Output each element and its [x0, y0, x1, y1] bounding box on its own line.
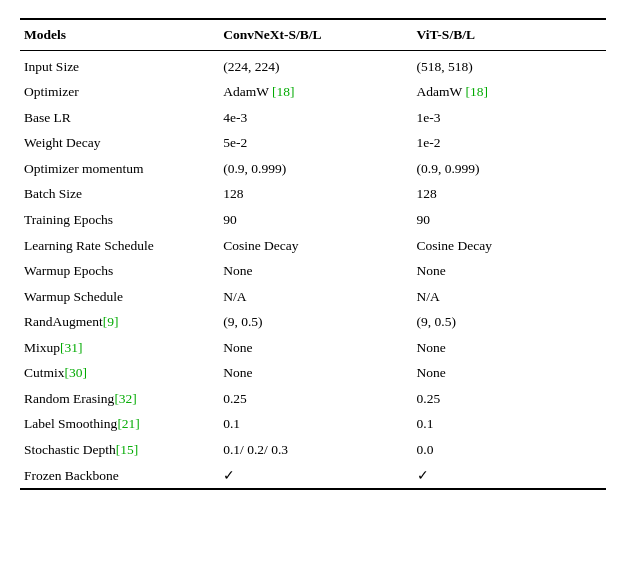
table-row: Weight Decay 5e-2 1e-2	[20, 130, 606, 156]
row-vit: 0.0	[413, 437, 606, 463]
row-convnext checkmark: ✓	[219, 463, 412, 490]
row-label: Warmup Schedule	[20, 284, 219, 310]
header-vit: ViT-S/B/L	[413, 19, 606, 50]
row-vit: (9, 0.5)	[413, 309, 606, 335]
ref-link: [15]	[116, 442, 139, 457]
table-row: Optimizer AdamW [18] AdamW [18]	[20, 79, 606, 105]
row-vit: None	[413, 335, 606, 361]
row-convnext: Cosine Decay	[219, 233, 412, 259]
table-row: Batch Size 128 128	[20, 181, 606, 207]
row-label: Optimizer momentum	[20, 156, 219, 182]
row-vit: 128	[413, 181, 606, 207]
row-convnext: 4e-3	[219, 105, 412, 131]
table-row: Learning Rate Schedule Cosine Decay Cosi…	[20, 233, 606, 259]
row-convnext: None	[219, 335, 412, 361]
row-convnext: 0.1/ 0.2/ 0.3	[219, 437, 412, 463]
row-convnext: (224, 224)	[219, 50, 412, 79]
row-vit: Cosine Decay	[413, 233, 606, 259]
table-row: Random Erasing[32] 0.25 0.25	[20, 386, 606, 412]
header-models: Models	[20, 19, 219, 50]
table-row: Input Size (224, 224) (518, 518)	[20, 50, 606, 79]
row-label: Training Epochs	[20, 207, 219, 233]
table-row: Warmup Epochs None None	[20, 258, 606, 284]
row-vit: (0.9, 0.999)	[413, 156, 606, 182]
row-convnext: 128	[219, 181, 412, 207]
row-vit: 90	[413, 207, 606, 233]
row-convnext: 90	[219, 207, 412, 233]
header-convnext: ConvNeXt-S/B/L	[219, 19, 412, 50]
table-row: Mixup[31] None None	[20, 335, 606, 361]
row-label: Mixup[31]	[20, 335, 219, 361]
row-label: Frozen Backbone	[20, 463, 219, 490]
row-vit: 0.1	[413, 411, 606, 437]
table-row: Training Epochs 90 90	[20, 207, 606, 233]
row-vit: None	[413, 258, 606, 284]
row-convnext: 0.1	[219, 411, 412, 437]
table-row: Stochastic Depth[15] 0.1/ 0.2/ 0.3 0.0	[20, 437, 606, 463]
table-row: Label Smoothing[21] 0.1 0.1	[20, 411, 606, 437]
row-convnext: (0.9, 0.999)	[219, 156, 412, 182]
row-label: Random Erasing[32]	[20, 386, 219, 412]
row-convnext: (9, 0.5)	[219, 309, 412, 335]
row-label: Input Size	[20, 50, 219, 79]
row-vit: 1e-2	[413, 130, 606, 156]
ref-link: [31]	[60, 340, 83, 355]
row-label: Optimizer	[20, 79, 219, 105]
table-row: Warmup Schedule N/A N/A	[20, 284, 606, 310]
row-convnext: None	[219, 258, 412, 284]
table-row: RandAugment[9] (9, 0.5) (9, 0.5)	[20, 309, 606, 335]
row-convnext: N/A	[219, 284, 412, 310]
row-vit: (518, 518)	[413, 50, 606, 79]
row-vit: 1e-3	[413, 105, 606, 131]
row-vit: AdamW [18]	[413, 79, 606, 105]
table-row: Cutmix[30] None None	[20, 360, 606, 386]
row-label: Base LR	[20, 105, 219, 131]
ref-link: [18]	[272, 84, 295, 99]
row-convnext: AdamW [18]	[219, 79, 412, 105]
row-vit: 0.25	[413, 386, 606, 412]
row-label: Stochastic Depth[15]	[20, 437, 219, 463]
ref-link: [18]	[465, 84, 488, 99]
ref-link: [32]	[114, 391, 137, 406]
ref-link: [9]	[103, 314, 119, 329]
ref-link: [30]	[65, 365, 88, 380]
row-label: Warmup Epochs	[20, 258, 219, 284]
table-row: Base LR 4e-3 1e-3	[20, 105, 606, 131]
row-label: Cutmix[30]	[20, 360, 219, 386]
row-convnext: None	[219, 360, 412, 386]
row-vit: None	[413, 360, 606, 386]
table-row: Optimizer momentum (0.9, 0.999) (0.9, 0.…	[20, 156, 606, 182]
row-vit checkmark: ✓	[413, 463, 606, 490]
row-label: Label Smoothing[21]	[20, 411, 219, 437]
row-convnext: 5e-2	[219, 130, 412, 156]
ref-link: [21]	[117, 416, 140, 431]
row-label: Learning Rate Schedule	[20, 233, 219, 259]
row-vit: N/A	[413, 284, 606, 310]
config-table: Models ConvNeXt-S/B/L ViT-S/B/L Input Si…	[20, 18, 606, 490]
row-label: Batch Size	[20, 181, 219, 207]
row-label: RandAugment[9]	[20, 309, 219, 335]
row-convnext: 0.25	[219, 386, 412, 412]
row-label: Weight Decay	[20, 130, 219, 156]
table-row: Frozen Backbone ✓ ✓	[20, 463, 606, 490]
